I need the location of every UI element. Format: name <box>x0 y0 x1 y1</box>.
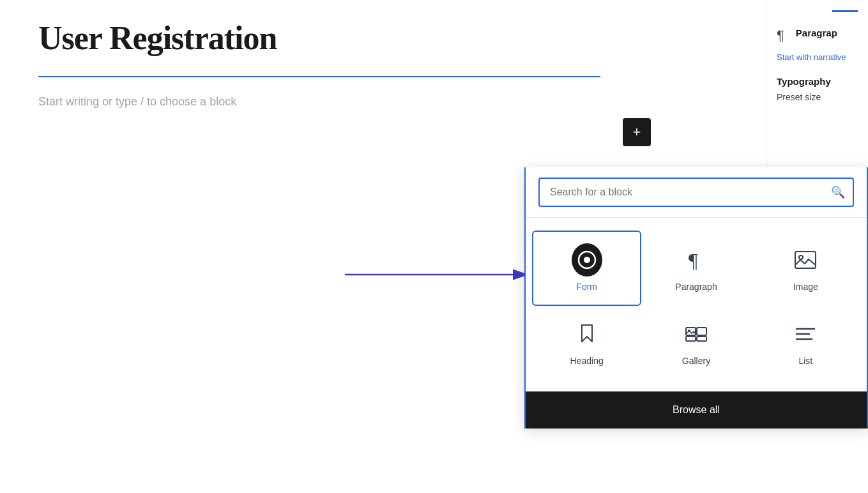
block-item-list[interactable]: List <box>751 306 860 379</box>
plus-icon: + <box>633 124 641 140</box>
image-icon <box>790 245 821 275</box>
svg-rect-9 <box>686 337 696 341</box>
block-item-paragraph[interactable]: ¶ Paragraph <box>641 231 750 306</box>
block-item-form[interactable]: Form <box>532 231 641 306</box>
sidebar-paragraph-title: Paragrap <box>796 27 837 38</box>
list-label: List <box>798 356 812 366</box>
list-icon <box>790 319 821 349</box>
svg-rect-10 <box>697 337 706 341</box>
heading-icon <box>572 319 602 349</box>
browse-all-button[interactable]: Browse all <box>526 391 867 429</box>
gallery-icon <box>681 319 712 349</box>
sidebar-paragraph-icon: ¶ <box>777 27 784 44</box>
svg-rect-5 <box>795 252 816 268</box>
blocks-grid: Form ¶ Paragraph Image <box>526 218 867 385</box>
sidebar-paragraph-desc: Start with narrative <box>777 52 858 63</box>
svg-text:¶: ¶ <box>689 249 698 271</box>
block-item-heading[interactable]: Heading <box>532 306 641 379</box>
typography-label: Typography <box>777 76 858 87</box>
block-picker-panel: 🔍 Form ¶ Paragraph <box>524 167 868 429</box>
svg-point-3 <box>584 257 590 263</box>
paragraph-icon: ¶ <box>681 245 712 275</box>
form-icon <box>572 245 602 275</box>
block-item-image[interactable]: Image <box>751 231 860 306</box>
add-block-button[interactable]: + <box>623 118 651 146</box>
preset-size-label: Preset size <box>777 92 858 102</box>
form-label: Form <box>576 282 597 292</box>
page-title: User Registration <box>38 19 728 57</box>
block-item-gallery[interactable]: Gallery <box>641 306 750 379</box>
right-sidebar: ¶ Paragrap Start with narrative Typograp… <box>766 0 868 167</box>
search-wrapper: 🔍 <box>538 178 854 207</box>
search-container: 🔍 <box>526 167 867 218</box>
image-label: Image <box>793 282 818 292</box>
editor-placeholder: Start writing or type / to choose a bloc… <box>38 95 728 109</box>
sidebar-accent-bar <box>832 10 858 12</box>
title-divider <box>38 76 600 77</box>
gallery-label: Gallery <box>682 356 710 366</box>
svg-point-6 <box>799 255 803 259</box>
svg-rect-8 <box>697 328 706 335</box>
heading-label: Heading <box>570 356 604 366</box>
search-input[interactable] <box>538 178 854 207</box>
paragraph-label: Paragraph <box>675 282 717 292</box>
